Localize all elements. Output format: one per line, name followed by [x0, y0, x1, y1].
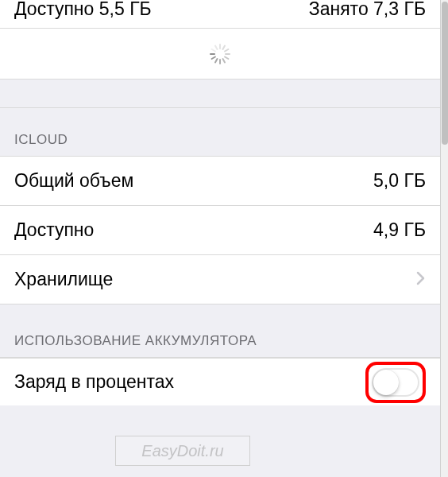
storage-summary-row: Доступно 5,5 ГБ Занято 7,3 ГБ — [0, 0, 440, 29]
icloud-storage-row[interactable]: Хранилище — [0, 255, 440, 304]
icloud-total-label: Общий объем — [14, 170, 133, 192]
icloud-available-row[interactable]: Доступно 4,9 ГБ — [0, 206, 440, 255]
battery-section-header: ИСПОЛЬЗОВАНИЕ АККУМУЛЯТОРА — [0, 304, 440, 358]
section-gap — [0, 80, 440, 108]
icloud-storage-label: Хранилище — [14, 269, 113, 290]
icloud-section-header: ICLOUD — [0, 108, 440, 157]
scrollbar-track[interactable] — [440, 0, 448, 477]
chevron-right-icon — [416, 270, 426, 290]
storage-available-summary: Доступно 5,5 ГБ — [14, 0, 152, 18]
icloud-available-value: 4,9 ГБ — [373, 219, 426, 241]
toggle-knob — [373, 370, 399, 395]
toggle-highlight — [365, 362, 426, 403]
spinner-icon — [210, 44, 230, 64]
icloud-available-label: Доступно — [14, 219, 94, 241]
icloud-total-row[interactable]: Общий объем 5,0 ГБ — [0, 157, 440, 206]
battery-percent-label: Заряд в процентах — [14, 371, 174, 393]
scrollbar-thumb[interactable] — [442, 2, 448, 145]
battery-percent-row[interactable]: Заряд в процентах — [0, 358, 440, 405]
icloud-total-value: 5,0 ГБ — [373, 170, 426, 192]
storage-used-summary: Занято 7,3 ГБ — [309, 0, 426, 18]
loading-row — [0, 29, 440, 80]
battery-percent-toggle[interactable] — [372, 368, 419, 397]
